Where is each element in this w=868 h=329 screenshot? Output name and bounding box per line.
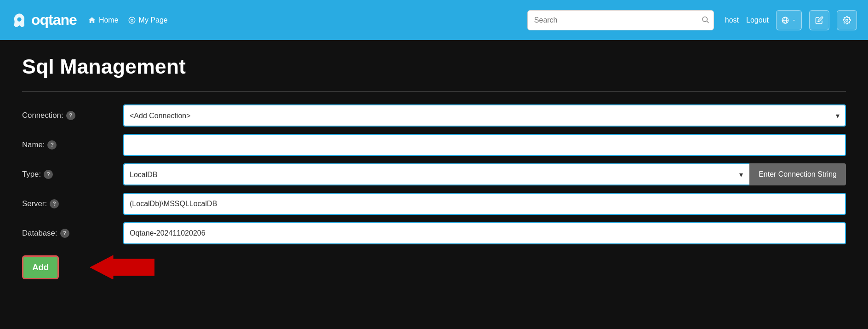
server-input[interactable] [123,193,846,215]
nav-links: Home My Page [88,16,516,24]
connection-label: Connection: [22,111,63,120]
connection-select[interactable]: <Add Connection> Default [123,104,846,127]
nav-mypage-label: My Page [139,16,168,24]
name-field-cell [123,134,846,156]
page-title: Sql Management [22,55,846,78]
database-row: Database: ? [22,222,846,244]
gear-button[interactable] [837,10,857,30]
name-help-icon[interactable]: ? [47,140,57,150]
server-help-icon[interactable]: ? [50,199,59,208]
connection-row: Connection: ? <Add Connection> Default ▾ [22,104,846,127]
search-input[interactable] [527,10,714,30]
type-select[interactable]: LocalDB SqlServer MySQL PostgreSQL [123,163,749,185]
server-row: Server: ? [22,193,846,215]
type-label-cell: Type: ? [22,170,123,179]
circle-icon [128,16,136,24]
type-label: Type: [22,170,41,179]
server-label-cell: Server: ? [22,199,123,208]
name-label-cell: Name: ? [22,140,123,150]
search-container [527,10,714,30]
divider [22,91,846,92]
type-inner-wrapper: LocalDB SqlServer MySQL PostgreSQL ▾ [123,163,749,185]
nav-home-label: Home [99,16,119,24]
name-label: Name: [22,140,45,150]
gear-icon [843,16,851,24]
arrow-annotation [63,255,154,279]
svg-line-4 [707,21,708,23]
brand-name: oqtane [31,12,77,29]
navbar: oqtane Home My Page host Logout [0,0,868,40]
database-input[interactable] [123,222,846,244]
database-label-cell: Database: ? [22,229,123,238]
nav-home[interactable]: Home [88,16,119,24]
connection-label-cell: Connection: ? [22,111,123,120]
chevron-down-icon [791,17,797,23]
logout-link[interactable]: Logout [746,16,769,24]
brand-logo[interactable]: oqtane [11,12,77,29]
connection-field-cell: <Add Connection> Default ▾ [123,104,846,127]
navbar-right: host Logout [725,10,857,30]
add-button[interactable]: Add [22,255,59,279]
server-label: Server: [22,199,47,208]
svg-point-0 [17,17,22,21]
add-btn-row: Add [22,255,846,279]
search-icon [701,15,709,23]
username: host [725,16,739,24]
svg-point-2 [131,19,133,21]
type-help-icon[interactable]: ? [44,170,53,179]
name-row: Name: ? [22,134,846,156]
server-field-cell [123,193,846,215]
database-help-icon[interactable]: ? [60,229,69,238]
database-field-cell [123,222,846,244]
search-button[interactable] [701,15,709,25]
globe-button[interactable] [776,10,802,30]
database-label: Database: [22,229,57,238]
globe-icon [781,16,789,24]
connection-select-wrapper: <Add Connection> Default ▾ [123,104,846,127]
name-input[interactable] [123,134,846,156]
nav-mypage[interactable]: My Page [128,16,168,24]
type-field-cell: LocalDB SqlServer MySQL PostgreSQL ▾ Ent… [123,163,846,185]
type-row: Type: ? LocalDB SqlServer MySQL PostgreS… [22,163,846,185]
brand-logo-icon [11,12,28,29]
home-icon [88,16,96,24]
main-content: Sql Management Connection: ? <Add Connec… [0,40,868,329]
enter-connection-string-button[interactable]: Enter Connection String [749,163,846,185]
svg-point-3 [702,17,708,22]
type-select-wrapper: LocalDB SqlServer MySQL PostgreSQL ▾ Ent… [123,163,846,185]
connection-help-icon[interactable]: ? [66,111,75,120]
edit-button[interactable] [809,10,829,30]
svg-point-1 [129,17,135,23]
edit-icon [815,16,823,24]
svg-point-8 [846,19,848,21]
svg-marker-9 [90,255,154,279]
